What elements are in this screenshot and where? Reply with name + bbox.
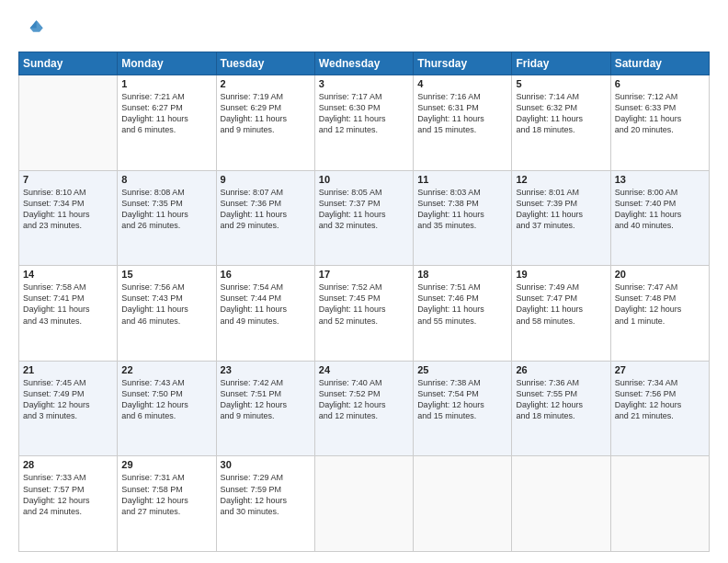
calendar-cell: 2Sunrise: 7:19 AM Sunset: 6:29 PM Daylig…	[216, 75, 314, 171]
weekday-header-row: SundayMondayTuesdayWednesdayThursdayFrid…	[19, 52, 710, 75]
calendar-cell: 21Sunrise: 7:45 AM Sunset: 7:49 PM Dayli…	[19, 361, 118, 456]
day-number: 14	[23, 269, 113, 280]
cell-content: Sunrise: 7:54 AM Sunset: 7:44 PM Dayligh…	[221, 282, 311, 327]
cell-content: Sunrise: 7:47 AM Sunset: 7:48 PM Dayligh…	[615, 282, 705, 327]
calendar-cell: 13Sunrise: 8:00 AM Sunset: 7:40 PM Dayli…	[610, 170, 709, 266]
cell-content: Sunrise: 8:10 AM Sunset: 7:34 PM Dayligh…	[23, 187, 113, 232]
calendar-cell: 1Sunrise: 7:21 AM Sunset: 6:27 PM Daylig…	[118, 75, 216, 171]
day-number: 25	[417, 364, 507, 375]
cell-content: Sunrise: 7:45 AM Sunset: 7:49 PM Dayligh…	[23, 377, 113, 422]
page: SundayMondayTuesdayWednesdayThursdayFrid…	[0, 0, 728, 563]
calendar-cell: 14Sunrise: 7:58 AM Sunset: 7:41 PM Dayli…	[19, 266, 118, 362]
calendar-cell: 3Sunrise: 7:17 AM Sunset: 6:30 PM Daylig…	[314, 75, 413, 171]
cell-content: Sunrise: 7:51 AM Sunset: 7:46 PM Dayligh…	[417, 282, 507, 327]
calendar-cell: 19Sunrise: 7:49 AM Sunset: 7:47 PM Dayli…	[512, 266, 610, 362]
weekday-header-wednesday: Wednesday	[314, 52, 413, 75]
calendar-cell: 11Sunrise: 8:03 AM Sunset: 7:38 PM Dayli…	[414, 170, 512, 266]
cell-content: Sunrise: 7:17 AM Sunset: 6:30 PM Dayligh…	[319, 91, 409, 136]
calendar-cell	[314, 456, 413, 552]
day-number: 16	[221, 269, 311, 280]
calendar-cell	[19, 75, 118, 171]
calendar-cell: 23Sunrise: 7:42 AM Sunset: 7:51 PM Dayli…	[216, 361, 314, 456]
logo-icon	[18, 17, 44, 42]
cell-content: Sunrise: 7:43 AM Sunset: 7:50 PM Dayligh…	[121, 377, 211, 422]
cell-content: Sunrise: 7:52 AM Sunset: 7:45 PM Dayligh…	[319, 282, 409, 327]
day-number: 3	[319, 78, 409, 89]
day-number: 1	[121, 78, 211, 89]
cell-content: Sunrise: 7:21 AM Sunset: 6:27 PM Dayligh…	[121, 91, 211, 136]
day-number: 28	[23, 459, 113, 470]
calendar-cell: 10Sunrise: 8:05 AM Sunset: 7:37 PM Dayli…	[314, 170, 413, 266]
day-number: 29	[121, 459, 211, 470]
weekday-header-sunday: Sunday	[19, 52, 118, 75]
cell-content: Sunrise: 7:31 AM Sunset: 7:58 PM Dayligh…	[121, 472, 211, 517]
calendar-cell: 8Sunrise: 8:08 AM Sunset: 7:35 PM Daylig…	[118, 170, 216, 266]
calendar-week-row: 1Sunrise: 7:21 AM Sunset: 6:27 PM Daylig…	[19, 75, 710, 171]
calendar-cell: 16Sunrise: 7:54 AM Sunset: 7:44 PM Dayli…	[216, 266, 314, 362]
calendar-week-row: 21Sunrise: 7:45 AM Sunset: 7:49 PM Dayli…	[19, 361, 710, 456]
day-number: 30	[221, 459, 311, 470]
calendar-cell	[414, 456, 512, 552]
calendar-cell: 25Sunrise: 7:38 AM Sunset: 7:54 PM Dayli…	[414, 361, 512, 456]
cell-content: Sunrise: 8:05 AM Sunset: 7:37 PM Dayligh…	[319, 187, 409, 232]
day-number: 22	[121, 364, 211, 375]
calendar-cell: 4Sunrise: 7:16 AM Sunset: 6:31 PM Daylig…	[414, 75, 512, 171]
cell-content: Sunrise: 8:01 AM Sunset: 7:39 PM Dayligh…	[516, 187, 606, 232]
calendar-cell: 24Sunrise: 7:40 AM Sunset: 7:52 PM Dayli…	[314, 361, 413, 456]
day-number: 24	[319, 364, 409, 375]
cell-content: Sunrise: 7:42 AM Sunset: 7:51 PM Dayligh…	[221, 377, 311, 422]
calendar-cell: 7Sunrise: 8:10 AM Sunset: 7:34 PM Daylig…	[19, 170, 118, 266]
cell-content: Sunrise: 7:38 AM Sunset: 7:54 PM Dayligh…	[417, 377, 507, 422]
day-number: 27	[615, 364, 705, 375]
calendar-cell	[512, 456, 610, 552]
calendar-cell: 15Sunrise: 7:56 AM Sunset: 7:43 PM Dayli…	[118, 266, 216, 362]
cell-content: Sunrise: 7:40 AM Sunset: 7:52 PM Dayligh…	[319, 377, 409, 422]
calendar-cell: 6Sunrise: 7:12 AM Sunset: 6:33 PM Daylig…	[610, 75, 709, 171]
day-number: 21	[23, 364, 113, 375]
day-number: 17	[319, 269, 409, 280]
calendar-cell: 22Sunrise: 7:43 AM Sunset: 7:50 PM Dayli…	[118, 361, 216, 456]
cell-content: Sunrise: 7:16 AM Sunset: 6:31 PM Dayligh…	[417, 91, 507, 136]
day-number: 20	[615, 269, 705, 280]
day-number: 7	[23, 174, 113, 185]
weekday-header-friday: Friday	[512, 52, 610, 75]
day-number: 9	[221, 174, 311, 185]
calendar-cell: 29Sunrise: 7:31 AM Sunset: 7:58 PM Dayli…	[118, 456, 216, 552]
cell-content: Sunrise: 8:00 AM Sunset: 7:40 PM Dayligh…	[615, 187, 705, 232]
day-number: 2	[221, 78, 311, 89]
day-number: 4	[417, 78, 507, 89]
day-number: 13	[615, 174, 705, 185]
calendar-cell: 27Sunrise: 7:34 AM Sunset: 7:56 PM Dayli…	[610, 361, 709, 456]
cell-content: Sunrise: 7:34 AM Sunset: 7:56 PM Dayligh…	[615, 377, 705, 422]
logo	[18, 17, 48, 42]
cell-content: Sunrise: 8:07 AM Sunset: 7:36 PM Dayligh…	[221, 187, 311, 232]
cell-content: Sunrise: 7:19 AM Sunset: 6:29 PM Dayligh…	[221, 91, 311, 136]
day-number: 11	[417, 174, 507, 185]
weekday-header-monday: Monday	[118, 52, 216, 75]
day-number: 6	[615, 78, 705, 89]
calendar-table: SundayMondayTuesdayWednesdayThursdayFrid…	[18, 52, 710, 552]
calendar-cell: 20Sunrise: 7:47 AM Sunset: 7:48 PM Dayli…	[610, 266, 709, 362]
day-number: 15	[121, 269, 211, 280]
calendar-cell: 28Sunrise: 7:33 AM Sunset: 7:57 PM Dayli…	[19, 456, 118, 552]
day-number: 18	[417, 269, 507, 280]
calendar-cell: 18Sunrise: 7:51 AM Sunset: 7:46 PM Dayli…	[414, 266, 512, 362]
cell-content: Sunrise: 7:14 AM Sunset: 6:32 PM Dayligh…	[516, 91, 606, 136]
weekday-header-thursday: Thursday	[414, 52, 512, 75]
day-number: 23	[221, 364, 311, 375]
weekday-header-saturday: Saturday	[610, 52, 709, 75]
cell-content: Sunrise: 8:03 AM Sunset: 7:38 PM Dayligh…	[417, 187, 507, 232]
cell-content: Sunrise: 7:58 AM Sunset: 7:41 PM Dayligh…	[23, 282, 113, 327]
calendar-cell	[610, 456, 709, 552]
day-number: 19	[516, 269, 606, 280]
cell-content: Sunrise: 7:56 AM Sunset: 7:43 PM Dayligh…	[121, 282, 211, 327]
cell-content: Sunrise: 7:49 AM Sunset: 7:47 PM Dayligh…	[516, 282, 606, 327]
calendar-cell: 30Sunrise: 7:29 AM Sunset: 7:59 PM Dayli…	[216, 456, 314, 552]
calendar-cell: 5Sunrise: 7:14 AM Sunset: 6:32 PM Daylig…	[512, 75, 610, 171]
calendar-cell: 26Sunrise: 7:36 AM Sunset: 7:55 PM Dayli…	[512, 361, 610, 456]
cell-content: Sunrise: 7:33 AM Sunset: 7:57 PM Dayligh…	[23, 472, 113, 517]
day-number: 8	[121, 174, 211, 185]
day-number: 26	[516, 364, 606, 375]
calendar-week-row: 14Sunrise: 7:58 AM Sunset: 7:41 PM Dayli…	[19, 266, 710, 362]
calendar-week-row: 7Sunrise: 8:10 AM Sunset: 7:34 PM Daylig…	[19, 170, 710, 266]
